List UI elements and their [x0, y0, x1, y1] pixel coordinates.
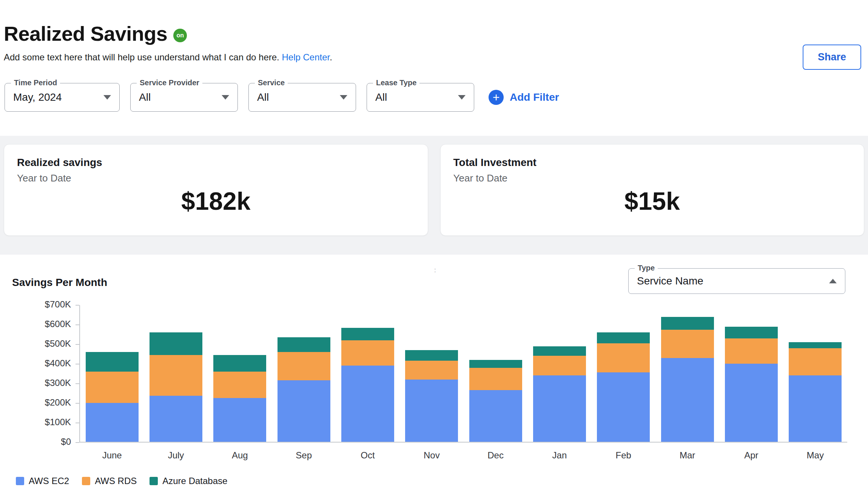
bar-segment[interactable]	[789, 375, 842, 442]
lease-type-select[interactable]: Lease Type All	[367, 83, 474, 112]
share-button[interactable]: Share	[803, 45, 861, 70]
bar-apr[interactable]	[725, 305, 778, 442]
legend-swatch	[82, 477, 90, 485]
chevron-down-icon	[103, 95, 111, 100]
x-axis-label: Aug	[213, 450, 266, 461]
add-filter-button[interactable]: + Add Filter	[489, 90, 559, 105]
chevron-up-icon	[829, 279, 837, 283]
y-axis-label: $300K	[15, 378, 71, 388]
x-axis-label: June	[86, 450, 139, 461]
on-status-badge: on	[173, 29, 187, 42]
bar-segment[interactable]	[597, 332, 650, 343]
drag-handle-icon: ∶	[434, 266, 437, 275]
bar-segment[interactable]	[213, 355, 266, 372]
card-subtitle: Year to Date	[453, 172, 851, 184]
bar-segment[interactable]	[725, 338, 778, 364]
bar-segment[interactable]	[341, 340, 394, 366]
bar-segment[interactable]	[725, 364, 778, 442]
bar-segment[interactable]	[533, 346, 586, 356]
bar-segment[interactable]	[725, 327, 778, 338]
time-period-value: May, 2024	[13, 91, 62, 103]
bar-segment[interactable]	[86, 372, 139, 403]
bar-segment[interactable]	[597, 343, 650, 373]
bar-segment[interactable]	[86, 403, 139, 442]
chart-type-select[interactable]: Type Service Name	[628, 268, 845, 294]
legend-item: AWS EC2	[16, 476, 69, 486]
x-axis-label: Feb	[597, 450, 650, 461]
legend-item: AWS RDS	[82, 476, 137, 486]
bar-dec[interactable]	[469, 305, 522, 442]
bar-july[interactable]	[150, 305, 202, 442]
y-axis-tick	[76, 364, 79, 364]
y-axis-label: $0	[15, 437, 71, 447]
savings-per-month-section: ∶ Savings Per Month Type Service Name $0…	[0, 255, 868, 498]
bar-may[interactable]	[789, 305, 842, 442]
x-axis-labels: JuneJulyAugSepOctNovDecJanFebMarAprMay	[80, 450, 847, 461]
bar-segment[interactable]	[597, 372, 650, 442]
x-axis-label: July	[150, 450, 202, 461]
page-title: Realized Savings	[4, 22, 167, 45]
card-title: Realized savings	[17, 157, 415, 169]
bar-jan[interactable]	[533, 305, 586, 442]
type-label: Type	[635, 264, 658, 272]
bar-segment[interactable]	[661, 330, 714, 358]
bar-segment[interactable]	[533, 356, 586, 375]
bar-mar[interactable]	[661, 305, 714, 442]
bar-segment[interactable]	[469, 360, 522, 368]
y-axis-tick	[76, 344, 79, 345]
bar-aug[interactable]	[213, 305, 266, 442]
bar-segment[interactable]	[405, 361, 458, 379]
chart-title: Savings Per Month	[12, 277, 107, 289]
x-axis-label: Oct	[341, 450, 394, 461]
bar-segment[interactable]	[213, 398, 266, 442]
stat-cards-band: Realized savings Year to Date $182k Tota…	[0, 136, 868, 244]
bar-nov[interactable]	[405, 305, 458, 442]
x-axis-label: May	[789, 450, 842, 461]
service-provider-select[interactable]: Service Provider All	[130, 83, 238, 112]
y-axis-label: $700K	[15, 299, 71, 310]
y-axis-tick	[76, 442, 79, 443]
filters-row: Time Period May, 2024 Service Provider A…	[5, 83, 853, 112]
bar-segment[interactable]	[150, 396, 202, 442]
service-provider-value: All	[139, 91, 151, 103]
x-axis-label: Dec	[469, 450, 522, 461]
title-row: Realized Savings on	[4, 22, 853, 45]
bar-segment[interactable]	[469, 390, 522, 442]
bar-segment[interactable]	[278, 352, 330, 380]
bar-oct[interactable]	[341, 305, 394, 442]
bar-segment[interactable]	[278, 337, 330, 352]
time-period-select[interactable]: Time Period May, 2024	[5, 83, 120, 112]
legend-swatch	[150, 477, 158, 485]
bar-segment[interactable]	[533, 375, 586, 442]
x-axis-label: Jan	[533, 450, 586, 461]
service-value: All	[257, 91, 269, 103]
bars-container	[80, 305, 847, 442]
chevron-down-icon	[340, 95, 347, 100]
service-label: Service	[255, 78, 288, 87]
bar-segment[interactable]	[469, 368, 522, 390]
bar-segment[interactable]	[278, 380, 330, 442]
help-center-link[interactable]: Help Center	[282, 52, 330, 62]
bar-sep[interactable]	[278, 305, 330, 442]
bar-segment[interactable]	[213, 372, 266, 398]
service-select[interactable]: Service All	[248, 83, 356, 112]
bar-segment[interactable]	[341, 328, 394, 341]
bar-segment[interactable]	[150, 355, 202, 396]
bar-segment[interactable]	[661, 358, 714, 442]
lease-type-label: Lease Type	[373, 78, 419, 87]
legend-label: Azure Database	[162, 476, 227, 486]
bar-segment[interactable]	[789, 342, 842, 348]
y-axis-label: $400K	[15, 358, 71, 369]
bar-segment[interactable]	[150, 332, 202, 355]
bar-segment[interactable]	[789, 348, 842, 375]
bar-segment[interactable]	[405, 380, 458, 442]
bar-segment[interactable]	[661, 317, 714, 330]
lease-type-value: All	[375, 91, 387, 103]
time-period-label: Time Period	[11, 78, 60, 87]
bar-segment[interactable]	[86, 352, 139, 372]
bar-june[interactable]	[86, 305, 139, 442]
bar-segment[interactable]	[341, 366, 394, 442]
bar-feb[interactable]	[597, 305, 650, 442]
legend-label: AWS EC2	[29, 476, 69, 486]
bar-segment[interactable]	[405, 350, 458, 361]
